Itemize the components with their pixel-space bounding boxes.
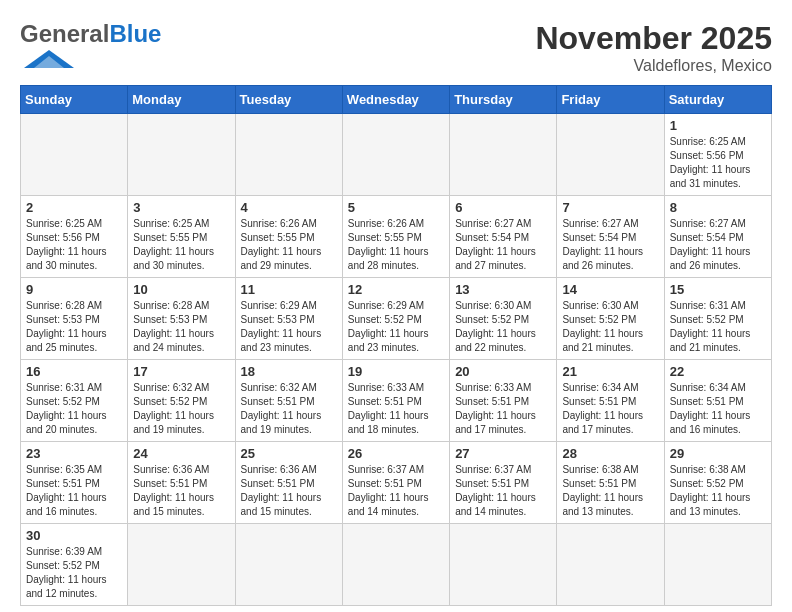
header-friday: Friday: [557, 86, 664, 114]
day-empty: [450, 524, 557, 606]
title-block: November 2025 Valdeflores, Mexico: [535, 20, 772, 75]
day-27: 27 Sunrise: 6:37 AM Sunset: 5:51 PM Dayl…: [450, 442, 557, 524]
day-empty: [21, 114, 128, 196]
day-23: 23 Sunrise: 6:35 AM Sunset: 5:51 PM Dayl…: [21, 442, 128, 524]
day-empty: [664, 524, 771, 606]
logo-text: GeneralBlue: [20, 20, 161, 72]
day-empty: [450, 114, 557, 196]
page-header: GeneralBlue November 2025 Valdeflores, M…: [20, 20, 772, 75]
header-tuesday: Tuesday: [235, 86, 342, 114]
day-28: 28 Sunrise: 6:38 AM Sunset: 5:51 PM Dayl…: [557, 442, 664, 524]
day-26: 26 Sunrise: 6:37 AM Sunset: 5:51 PM Dayl…: [342, 442, 449, 524]
day-4: 4 Sunrise: 6:26 AM Sunset: 5:55 PM Dayli…: [235, 196, 342, 278]
logo-icon: [24, 50, 74, 68]
day-14: 14 Sunrise: 6:30 AM Sunset: 5:52 PM Dayl…: [557, 278, 664, 360]
day-empty: [557, 114, 664, 196]
calendar-row-2: 2 Sunrise: 6:25 AM Sunset: 5:56 PM Dayli…: [21, 196, 772, 278]
day-21: 21 Sunrise: 6:34 AM Sunset: 5:51 PM Dayl…: [557, 360, 664, 442]
day-empty: [128, 114, 235, 196]
header-thursday: Thursday: [450, 86, 557, 114]
calendar-row-6: 30 Sunrise: 6:39 AM Sunset: 5:52 PM Dayl…: [21, 524, 772, 606]
day-empty: [342, 524, 449, 606]
day-empty: [128, 524, 235, 606]
calendar-row-5: 23 Sunrise: 6:35 AM Sunset: 5:51 PM Dayl…: [21, 442, 772, 524]
day-3: 3 Sunrise: 6:25 AM Sunset: 5:55 PM Dayli…: [128, 196, 235, 278]
day-11: 11 Sunrise: 6:29 AM Sunset: 5:53 PM Dayl…: [235, 278, 342, 360]
day-19: 19 Sunrise: 6:33 AM Sunset: 5:51 PM Dayl…: [342, 360, 449, 442]
location: Valdeflores, Mexico: [535, 57, 772, 75]
day-5: 5 Sunrise: 6:26 AM Sunset: 5:55 PM Dayli…: [342, 196, 449, 278]
day-22: 22 Sunrise: 6:34 AM Sunset: 5:51 PM Dayl…: [664, 360, 771, 442]
month-title: November 2025: [535, 20, 772, 57]
header-wednesday: Wednesday: [342, 86, 449, 114]
day-12: 12 Sunrise: 6:29 AM Sunset: 5:52 PM Dayl…: [342, 278, 449, 360]
day-empty: [557, 524, 664, 606]
logo: GeneralBlue: [20, 20, 161, 72]
day-7: 7 Sunrise: 6:27 AM Sunset: 5:54 PM Dayli…: [557, 196, 664, 278]
day-1: 1 Sunrise: 6:25 AM Sunset: 5:56 PM Dayli…: [664, 114, 771, 196]
calendar-row-3: 9 Sunrise: 6:28 AM Sunset: 5:53 PM Dayli…: [21, 278, 772, 360]
logo-blue: Blue: [109, 20, 161, 47]
day-9: 9 Sunrise: 6:28 AM Sunset: 5:53 PM Dayli…: [21, 278, 128, 360]
day-24: 24 Sunrise: 6:36 AM Sunset: 5:51 PM Dayl…: [128, 442, 235, 524]
day-8: 8 Sunrise: 6:27 AM Sunset: 5:54 PM Dayli…: [664, 196, 771, 278]
day-18: 18 Sunrise: 6:32 AM Sunset: 5:51 PM Dayl…: [235, 360, 342, 442]
day-13: 13 Sunrise: 6:30 AM Sunset: 5:52 PM Dayl…: [450, 278, 557, 360]
day-15: 15 Sunrise: 6:31 AM Sunset: 5:52 PM Dayl…: [664, 278, 771, 360]
day-17: 17 Sunrise: 6:32 AM Sunset: 5:52 PM Dayl…: [128, 360, 235, 442]
calendar-row-4: 16 Sunrise: 6:31 AM Sunset: 5:52 PM Dayl…: [21, 360, 772, 442]
header-sunday: Sunday: [21, 86, 128, 114]
logo-general: General: [20, 20, 109, 47]
day-16: 16 Sunrise: 6:31 AM Sunset: 5:52 PM Dayl…: [21, 360, 128, 442]
calendar-row-1: 1 Sunrise: 6:25 AM Sunset: 5:56 PM Dayli…: [21, 114, 772, 196]
day-empty: [342, 114, 449, 196]
day-10: 10 Sunrise: 6:28 AM Sunset: 5:53 PM Dayl…: [128, 278, 235, 360]
day-25: 25 Sunrise: 6:36 AM Sunset: 5:51 PM Dayl…: [235, 442, 342, 524]
calendar-table: Sunday Monday Tuesday Wednesday Thursday…: [20, 85, 772, 606]
day-2: 2 Sunrise: 6:25 AM Sunset: 5:56 PM Dayli…: [21, 196, 128, 278]
weekday-header-row: Sunday Monday Tuesday Wednesday Thursday…: [21, 86, 772, 114]
header-monday: Monday: [128, 86, 235, 114]
day-empty: [235, 114, 342, 196]
day-6: 6 Sunrise: 6:27 AM Sunset: 5:54 PM Dayli…: [450, 196, 557, 278]
header-saturday: Saturday: [664, 86, 771, 114]
day-30: 30 Sunrise: 6:39 AM Sunset: 5:52 PM Dayl…: [21, 524, 128, 606]
day-20: 20 Sunrise: 6:33 AM Sunset: 5:51 PM Dayl…: [450, 360, 557, 442]
day-29: 29 Sunrise: 6:38 AM Sunset: 5:52 PM Dayl…: [664, 442, 771, 524]
day-empty: [235, 524, 342, 606]
